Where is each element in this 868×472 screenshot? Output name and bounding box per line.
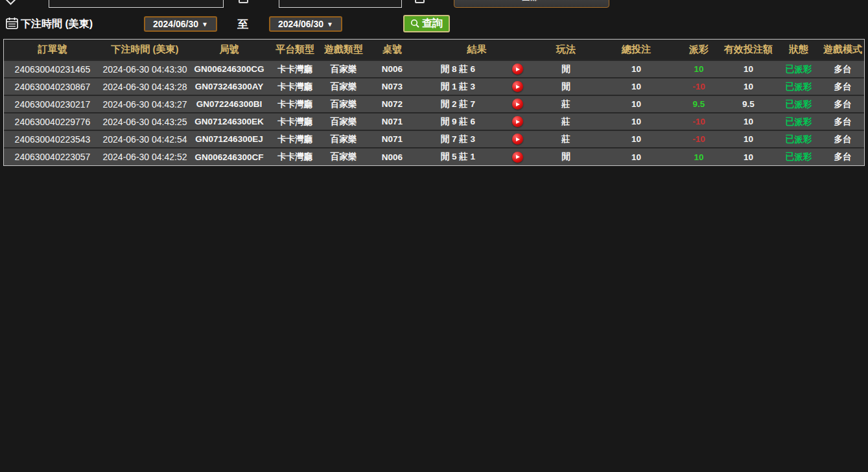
cell-total-bet: 10 xyxy=(596,113,677,130)
play-icon[interactable] xyxy=(512,99,523,110)
column-header-game: 遊戲類型 xyxy=(320,40,367,60)
cell-order: 240630040229776 xyxy=(4,113,101,130)
date-to-select[interactable]: 2024/06/30 ▼ xyxy=(269,16,342,32)
cell-order: 240630040223543 xyxy=(4,130,101,148)
play-icon[interactable] xyxy=(512,116,523,127)
cell-game: 百家樂 xyxy=(320,130,367,148)
cell-play: 莊 xyxy=(536,95,596,113)
cell-status: 已派彩 xyxy=(776,60,821,78)
play-icon[interactable] xyxy=(512,81,523,92)
cell-status: 已派彩 xyxy=(776,148,821,165)
cell-game: 百家樂 xyxy=(320,148,367,165)
cell-mode: 多台 xyxy=(821,60,864,78)
cell-status: 已派彩 xyxy=(776,78,821,95)
table-row: 2406300402235432024-06-30 04:42:54GN0712… xyxy=(4,130,864,148)
cell-valid-bet: 10 xyxy=(721,148,776,165)
cell-order: 240630040231465 xyxy=(4,60,101,78)
cell-mode: 多台 xyxy=(821,78,864,95)
cell-play: 閒 xyxy=(536,60,596,78)
cell-valid-bet: 9.5 xyxy=(721,95,776,113)
cell-table-no: N006 xyxy=(367,148,417,165)
cell-payout: 10 xyxy=(677,60,721,78)
category-select-value: A:全部 xyxy=(461,0,596,3)
column-header-valid_bet: 有效投注額 xyxy=(721,40,776,60)
search-icon xyxy=(410,19,420,29)
column-header-time: 下注時間 (美東) xyxy=(101,40,189,60)
cell-time: 2024-06-30 04:42:52 xyxy=(101,148,189,165)
table-row: 2406300402314652024-06-30 04:43:30GN0062… xyxy=(4,60,864,78)
bet-records-table: 訂單號下注時間 (美東)局號平台類型遊戲類型桌號結果玩法總投注派彩有效投注額狀態… xyxy=(3,39,865,166)
cell-result: 閒 2 莊 7 xyxy=(417,95,499,113)
date-from-select[interactable]: 2024/06/30 ▼ xyxy=(144,16,217,32)
cell-play: 閒 xyxy=(536,78,596,95)
cell-play: 閒 xyxy=(536,148,596,165)
table-row: 2406300402297762024-06-30 04:43:25GN0712… xyxy=(4,113,864,130)
chevron-down-icon: ▼ xyxy=(202,21,208,28)
to-label: 至 xyxy=(237,17,248,32)
column-header-platform: 平台類型 xyxy=(270,40,320,60)
table-header: 訂單號下注時間 (美東)局號平台類型遊戲類型桌號結果玩法總投注派彩有效投注額狀態… xyxy=(4,40,864,60)
cell-result: 閒 9 莊 6 xyxy=(417,113,499,130)
calendar-icon xyxy=(5,16,19,32)
column-header-status: 狀態 xyxy=(776,40,821,60)
query-button[interactable]: 查詢 xyxy=(403,15,450,32)
cell-replay xyxy=(499,78,536,95)
cell-table-no: N073 xyxy=(367,78,417,95)
cell-result: 閒 7 莊 3 xyxy=(417,130,499,148)
cell-game: 百家樂 xyxy=(320,95,367,113)
form-icon xyxy=(239,0,248,3)
column-header-result: 結果 xyxy=(417,40,536,60)
cell-total-bet: 10 xyxy=(596,95,677,113)
chevron-down-icon: ▼ xyxy=(596,0,602,1)
table-row: 2406300402230572024-06-30 04:42:52GN0062… xyxy=(4,148,864,165)
date-from-value: 2024/06/30 xyxy=(153,19,198,29)
cell-mode: 多台 xyxy=(821,130,864,148)
cell-table-no: N071 xyxy=(367,113,417,130)
cell-total-bet: 10 xyxy=(596,78,677,95)
cell-round: GN006246300CF xyxy=(189,148,270,165)
column-header-table_no: 桌號 xyxy=(367,40,417,60)
cell-valid-bet: 10 xyxy=(721,130,776,148)
cell-replay xyxy=(499,113,536,130)
cell-play: 莊 xyxy=(536,113,596,130)
cell-replay xyxy=(499,95,536,113)
cell-table-no: N071 xyxy=(367,130,417,148)
cell-table-no: N072 xyxy=(367,95,417,113)
date-to-value: 2024/06/30 xyxy=(278,19,323,29)
cell-mode: 多台 xyxy=(821,113,864,130)
column-header-payout: 派彩 xyxy=(677,40,721,60)
table-row: 2406300402302172024-06-30 04:43:27GN0722… xyxy=(4,95,864,113)
cell-time: 2024-06-30 04:42:54 xyxy=(101,130,189,148)
cell-platform: 卡卡灣廳 xyxy=(270,78,320,95)
cell-payout: -10 xyxy=(677,78,721,95)
cell-order: 240630040223057 xyxy=(4,148,101,165)
cell-platform: 卡卡灣廳 xyxy=(270,148,320,165)
cell-total-bet: 10 xyxy=(596,60,677,78)
chevron-down-icon: ▼ xyxy=(327,21,333,28)
column-header-play: 玩法 xyxy=(536,40,596,60)
cell-time: 2024-06-30 04:43:28 xyxy=(101,78,189,95)
cell-payout: 9.5 xyxy=(677,95,721,113)
cell-table-no: N006 xyxy=(367,60,417,78)
bet-time-label: 下注時間 (美東) xyxy=(21,18,93,31)
filter-input-2[interactable] xyxy=(279,0,402,8)
column-header-order: 訂單號 xyxy=(4,40,101,60)
cell-game: 百家樂 xyxy=(320,113,367,130)
cell-result: 閒 5 莊 1 xyxy=(417,148,499,165)
cell-valid-bet: 10 xyxy=(721,113,776,130)
play-icon[interactable] xyxy=(512,64,523,75)
cell-time: 2024-06-30 04:43:27 xyxy=(101,95,189,113)
filter-input-1[interactable] xyxy=(49,0,224,8)
cell-order: 240630040230217 xyxy=(4,95,101,113)
cell-platform: 卡卡灣廳 xyxy=(270,130,320,148)
cell-round: GN072246300BI xyxy=(189,95,270,113)
cell-round: GN073246300AY xyxy=(189,78,270,95)
cell-result: 閒 8 莊 6 xyxy=(417,60,499,78)
play-icon[interactable] xyxy=(512,152,523,163)
cell-mode: 多台 xyxy=(821,95,864,113)
cell-status: 已派彩 xyxy=(776,95,821,113)
cell-total-bet: 10 xyxy=(596,130,677,148)
category-select[interactable]: A:全部 ▼ xyxy=(454,0,609,8)
column-header-round: 局號 xyxy=(189,40,270,60)
play-icon[interactable] xyxy=(512,134,523,145)
